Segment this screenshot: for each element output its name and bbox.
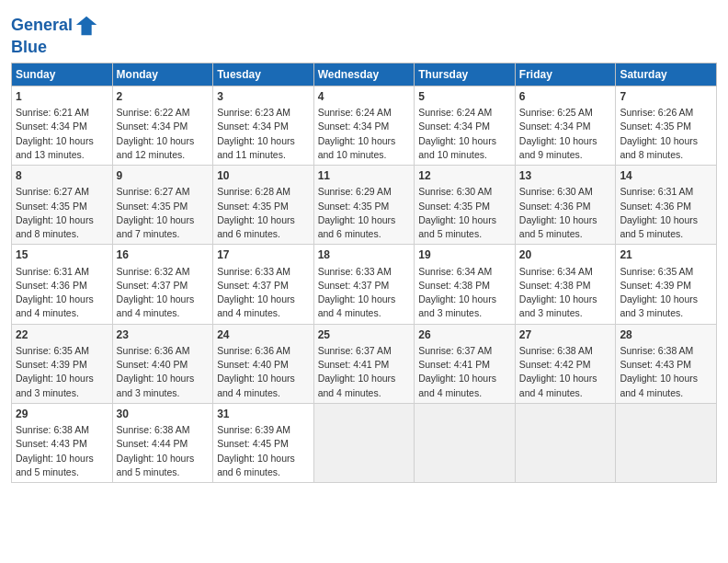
daylight-info: Daylight: 10 hours xyxy=(217,214,295,225)
daylight-minutes: and 12 minutes. xyxy=(117,149,186,160)
day-number: 24 xyxy=(217,327,310,343)
sunset-info: Sunset: 4:34 PM xyxy=(418,121,490,132)
day-number: 23 xyxy=(117,327,210,343)
sunrise-info: Sunrise: 6:29 AM xyxy=(318,186,392,197)
sunset-info: Sunset: 4:35 PM xyxy=(217,201,289,212)
sunrise-info: Sunrise: 6:24 AM xyxy=(418,107,492,118)
sunrise-info: Sunrise: 6:39 AM xyxy=(217,424,290,435)
daylight-minutes: and 5 minutes. xyxy=(418,228,482,239)
sunset-info: Sunset: 4:35 PM xyxy=(318,201,390,212)
daylight-minutes: and 10 minutes. xyxy=(318,149,387,160)
day-number: 22 xyxy=(16,327,108,343)
day-cell: 7Sunrise: 6:26 AMSunset: 4:35 PMDaylight… xyxy=(616,86,717,165)
sunrise-info: Sunrise: 6:35 AM xyxy=(16,345,89,356)
daylight-minutes: and 5 minutes. xyxy=(519,228,583,239)
day-number: 4 xyxy=(318,89,411,105)
daylight-minutes: and 4 minutes. xyxy=(217,307,280,318)
daylight-info: Daylight: 10 hours xyxy=(318,293,396,304)
daylight-info: Daylight: 10 hours xyxy=(418,135,496,146)
daylight-minutes: and 3 minutes. xyxy=(117,387,180,398)
sunset-info: Sunset: 4:45 PM xyxy=(217,438,289,449)
day-number: 3 xyxy=(217,89,310,105)
sunset-info: Sunset: 4:44 PM xyxy=(117,438,188,449)
sunrise-info: Sunrise: 6:32 AM xyxy=(117,266,190,277)
day-cell: 21Sunrise: 6:35 AMSunset: 4:39 PMDayligh… xyxy=(616,245,717,324)
day-cell: 3Sunrise: 6:23 AMSunset: 4:34 PMDaylight… xyxy=(213,86,314,165)
daylight-minutes: and 4 minutes. xyxy=(620,387,683,398)
sunrise-info: Sunrise: 6:22 AM xyxy=(117,107,190,118)
week-row-4: 22Sunrise: 6:35 AMSunset: 4:39 PMDayligh… xyxy=(12,324,717,403)
daylight-info: Daylight: 10 hours xyxy=(16,453,94,464)
sunset-info: Sunset: 4:34 PM xyxy=(16,121,87,132)
daylight-info: Daylight: 10 hours xyxy=(217,373,295,384)
sunset-info: Sunset: 4:34 PM xyxy=(217,121,289,132)
daylight-info: Daylight: 10 hours xyxy=(117,135,195,146)
daylight-info: Daylight: 10 hours xyxy=(16,373,94,384)
sunset-info: Sunset: 4:42 PM xyxy=(519,359,591,370)
day-number: 20 xyxy=(519,247,612,263)
sunset-info: Sunset: 4:37 PM xyxy=(217,280,289,291)
day-cell xyxy=(515,403,616,482)
logo-text: General xyxy=(11,17,73,35)
daylight-minutes: and 3 minutes. xyxy=(418,307,482,318)
sunset-info: Sunset: 4:39 PM xyxy=(16,359,87,370)
sunset-info: Sunset: 4:37 PM xyxy=(117,280,188,291)
day-cell: 4Sunrise: 6:24 AMSunset: 4:34 PMDaylight… xyxy=(313,86,415,165)
day-cell: 19Sunrise: 6:34 AMSunset: 4:38 PMDayligh… xyxy=(415,245,516,324)
day-cell: 31Sunrise: 6:39 AMSunset: 4:45 PMDayligh… xyxy=(213,403,314,482)
sunset-info: Sunset: 4:39 PM xyxy=(620,280,691,291)
sunrise-info: Sunrise: 6:30 AM xyxy=(519,186,593,197)
day-cell xyxy=(415,403,516,482)
day-cell: 28Sunrise: 6:38 AMSunset: 4:43 PMDayligh… xyxy=(616,324,717,403)
daylight-minutes: and 4 minutes. xyxy=(217,387,280,398)
sunrise-info: Sunrise: 6:21 AM xyxy=(16,107,89,118)
sunset-info: Sunset: 4:36 PM xyxy=(16,280,87,291)
daylight-info: Daylight: 10 hours xyxy=(318,373,396,384)
daylight-minutes: and 5 minutes. xyxy=(620,228,683,239)
day-number: 30 xyxy=(117,407,210,422)
svg-marker-0 xyxy=(76,17,97,36)
day-cell: 8Sunrise: 6:27 AMSunset: 4:35 PMDaylight… xyxy=(12,166,113,245)
day-cell: 12Sunrise: 6:30 AMSunset: 4:35 PMDayligh… xyxy=(415,166,516,245)
day-cell: 24Sunrise: 6:36 AMSunset: 4:40 PMDayligh… xyxy=(213,324,314,403)
sunrise-info: Sunrise: 6:37 AM xyxy=(318,345,392,356)
daylight-info: Daylight: 10 hours xyxy=(519,293,597,304)
day-cell: 11Sunrise: 6:29 AMSunset: 4:35 PMDayligh… xyxy=(313,166,415,245)
page-container: General Blue SundayMondayTuesdayWednesda… xyxy=(0,0,728,490)
daylight-minutes: and 13 minutes. xyxy=(16,149,85,160)
sunset-info: Sunset: 4:40 PM xyxy=(117,359,188,370)
sunrise-info: Sunrise: 6:36 AM xyxy=(217,345,290,356)
day-cell: 17Sunrise: 6:33 AMSunset: 4:37 PMDayligh… xyxy=(213,245,314,324)
day-number: 10 xyxy=(217,168,310,184)
daylight-minutes: and 5 minutes. xyxy=(117,466,180,477)
sunrise-info: Sunrise: 6:25 AM xyxy=(519,107,593,118)
day-cell xyxy=(313,403,415,482)
sunrise-info: Sunrise: 6:28 AM xyxy=(217,186,290,197)
col-header-friday: Friday xyxy=(515,63,616,86)
logo-text2: Blue xyxy=(11,39,100,57)
day-cell: 20Sunrise: 6:34 AMSunset: 4:38 PMDayligh… xyxy=(515,245,616,324)
sunrise-info: Sunrise: 6:36 AM xyxy=(117,345,190,356)
day-cell: 1Sunrise: 6:21 AMSunset: 4:34 PMDaylight… xyxy=(12,86,113,165)
day-cell: 22Sunrise: 6:35 AMSunset: 4:39 PMDayligh… xyxy=(12,324,113,403)
sunrise-info: Sunrise: 6:33 AM xyxy=(217,266,290,277)
sunset-info: Sunset: 4:36 PM xyxy=(519,201,591,212)
daylight-info: Daylight: 10 hours xyxy=(418,293,496,304)
day-number: 26 xyxy=(418,327,511,343)
day-number: 6 xyxy=(519,89,612,105)
daylight-info: Daylight: 10 hours xyxy=(117,214,195,225)
sunset-info: Sunset: 4:34 PM xyxy=(117,121,188,132)
sunrise-info: Sunrise: 6:38 AM xyxy=(620,345,693,356)
daylight-info: Daylight: 10 hours xyxy=(217,135,295,146)
col-header-sunday: Sunday xyxy=(12,63,113,86)
daylight-minutes: and 10 minutes. xyxy=(418,149,487,160)
daylight-info: Daylight: 10 hours xyxy=(620,214,698,225)
daylight-info: Daylight: 10 hours xyxy=(519,373,597,384)
logo-icon xyxy=(74,13,100,39)
daylight-info: Daylight: 10 hours xyxy=(318,214,396,225)
daylight-info: Daylight: 10 hours xyxy=(418,373,496,384)
logo: General Blue xyxy=(11,13,100,57)
day-number: 25 xyxy=(318,327,411,343)
daylight-minutes: and 4 minutes. xyxy=(318,387,381,398)
day-number: 16 xyxy=(117,247,210,263)
